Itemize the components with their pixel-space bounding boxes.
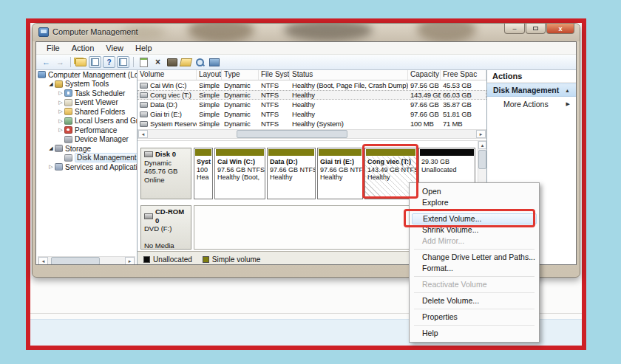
partition-data-d[interactable]: Data (D:)97.66 GB NTFSHealthy <box>267 148 316 199</box>
shared-folders-icon <box>64 108 72 115</box>
context-menu-item-change-drive-letter-and-paths[interactable]: Change Drive Letter and Paths... <box>410 252 538 263</box>
context-menu-item-help[interactable]: Help <box>410 328 538 339</box>
volume-list-horizontal-scrollbar[interactable]: ◂ ▸ <box>138 129 486 139</box>
legend-swatch <box>203 256 209 263</box>
sidebar-item-device-manager[interactable]: Device Manager <box>36 135 137 145</box>
cell: Healthy <box>290 100 408 109</box>
context-menu-item-format[interactable]: Format... <box>410 263 538 274</box>
menu-file[interactable]: File <box>41 44 66 52</box>
volume-row-cai-win-c[interactable]: Cai Win (C:)SimpleDynamicNTFSHealthy (Bo… <box>138 80 486 90</box>
tree-expander-icon[interactable]: ▷ <box>57 100 64 106</box>
minimize-button[interactable]: – <box>504 24 525 34</box>
partition-cai-win-c[interactable]: Cai Win (C:)97.56 GB NTFSHealthy (Boot, <box>214 148 265 199</box>
actions-group-disk-management[interactable]: Disk Management ▲ <box>487 83 576 97</box>
column-header-layout[interactable]: Layout <box>197 70 222 80</box>
scroll-track[interactable] <box>148 130 476 138</box>
volume-row-system-reserved[interactable]: System ReservedSimpleDynamicNTFSHealthy … <box>138 119 486 128</box>
volume-row-data-d[interactable]: Data (D:)SimpleDynamicNTFSHealthy97.66 G… <box>138 100 486 109</box>
sidebar-item-local-users-and-groups[interactable]: ▷Local Users and Groups <box>36 117 137 126</box>
sidebar-item-computer-management-local[interactable]: Computer Management (Local <box>36 70 137 80</box>
open-folder-icon[interactable] <box>180 56 192 68</box>
scroll-thumb[interactable] <box>478 150 486 169</box>
more-actions-item[interactable]: More Actions ▶ <box>487 98 576 110</box>
scroll-right-button[interactable]: ▸ <box>125 257 135 265</box>
scroll-right-button[interactable]: ▸ <box>476 130 486 138</box>
close-button[interactable]: x <box>546 24 574 34</box>
volume-name-cell: Cai Win (C:) <box>138 81 197 89</box>
partition-title: Giai tri (E:) <box>320 158 360 166</box>
scroll-thumb[interactable] <box>237 130 347 138</box>
partition-syst[interactable]: Syst100Hea <box>194 148 213 199</box>
context-menu-item-delete-volume[interactable]: Delete Volume... <box>410 295 538 306</box>
properties-icon[interactable] <box>166 56 178 68</box>
annotation-box-extend-volume <box>404 209 535 227</box>
delete-icon[interactable]: × <box>152 56 164 68</box>
tree-expander-icon[interactable]: ▷ <box>57 109 64 114</box>
system-tools-icon <box>55 80 63 88</box>
forward-icon[interactable]: → <box>54 56 67 68</box>
sidebar-item-system-tools[interactable]: ◢System Tools <box>36 80 137 89</box>
context-menu-item-explore[interactable]: Explore <box>410 197 538 208</box>
app-icon <box>38 27 49 37</box>
sidebar-item-performance[interactable]: ▷Performance <box>36 126 137 135</box>
scroll-thumb[interactable] <box>51 257 100 265</box>
scroll-up-button[interactable]: ▴ <box>478 141 486 149</box>
column-header-volume[interactable]: Volume <box>138 70 197 80</box>
context-menu-item-properties[interactable]: Properties <box>410 312 538 323</box>
volume-name-cell: System Reserved <box>138 120 197 128</box>
cdrom-0-info-box[interactable]: CD-ROM 0 DVD (F:) No Media <box>140 205 191 250</box>
sidebar-item-services-and-applications[interactable]: ▷Services and Applications <box>36 162 137 172</box>
partition-size: 97.56 GB NTFS <box>217 166 262 174</box>
column-header-status[interactable]: Status <box>290 70 408 80</box>
show-console-tree-icon[interactable] <box>89 56 101 68</box>
up-one-level-icon[interactable] <box>75 56 87 68</box>
back-icon[interactable]: ← <box>40 56 52 68</box>
help-icon[interactable]: ? <box>103 56 115 68</box>
volume-list-header: VolumeLayoutTypeFile SystemStatusCapacit… <box>138 70 486 80</box>
title-bar[interactable]: Computer Management – x <box>33 24 580 41</box>
column-header-type[interactable]: Type <box>222 70 259 80</box>
menu-help[interactable]: Help <box>129 44 158 52</box>
partition-title: Data (D:) <box>270 158 313 166</box>
menu-action[interactable]: Action <box>66 44 101 52</box>
tree-horizontal-scrollbar[interactable]: ◂ ▸ <box>38 256 135 265</box>
tree-item-label: Services and Applications <box>65 163 138 171</box>
chevron-up-icon[interactable]: ▲ <box>565 88 570 93</box>
tree-expander-icon[interactable]: ▷ <box>57 127 64 133</box>
computer-icon[interactable] <box>208 56 220 68</box>
sidebar-item-task-scheduler[interactable]: ▷Task Scheduler <box>36 89 137 98</box>
refresh-icon[interactable] <box>138 56 150 68</box>
cell: 51.81 GB <box>441 110 486 118</box>
volume-row-giai-tri-e[interactable]: Giai tri (E:)SimpleDynamicNTFSHealthy97.… <box>138 109 486 119</box>
cdrom-0-media: No Media <box>144 241 188 250</box>
scroll-left-button[interactable]: ◂ <box>38 257 48 265</box>
sidebar-item-storage[interactable]: ◢Storage <box>36 144 137 154</box>
tree-expander-icon[interactable]: ▷ <box>57 90 64 96</box>
partition-title: 29.30 GB <box>421 158 472 166</box>
performance-icon <box>64 126 72 134</box>
task-scheduler-icon <box>64 89 72 97</box>
search-icon[interactable] <box>194 56 206 68</box>
partition-giai-tri-e[interactable]: Giai tri (E:)97.66 GB NTFSHealthy <box>317 148 363 199</box>
context-menu-item-open[interactable]: Open <box>410 186 538 197</box>
volume-row-cong-viec-t[interactable]: Cong viec (T:)SimpleDynamicNTFSHealthy14… <box>138 90 486 100</box>
tree-expander-icon[interactable]: ◢ <box>47 81 55 87</box>
sidebar-item-event-viewer[interactable]: ▷Event Viewer <box>36 98 137 108</box>
tree-expander-icon[interactable]: ▷ <box>57 118 64 124</box>
tree-expander-icon[interactable]: ▷ <box>47 164 55 170</box>
partition-body: 29.30 GBUnallocated <box>419 157 475 175</box>
scroll-left-button[interactable]: ◂ <box>138 130 148 138</box>
disk-0-info-box[interactable]: Disk 0 Dynamic 465.76 GB Online <box>140 148 191 199</box>
disk-0-size: 465.76 GB <box>144 167 188 176</box>
column-header-file-system[interactable]: File System <box>259 70 290 80</box>
show-action-pane-icon[interactable] <box>117 56 129 68</box>
sidebar-item-shared-folders[interactable]: ▷Shared Folders <box>36 107 137 117</box>
column-header-free-spac[interactable]: Free Spac <box>441 70 486 80</box>
tree-item-label: Computer Management (Local <box>48 71 138 79</box>
column-header-capacity[interactable]: Capacity <box>408 70 441 80</box>
tree-expander-icon[interactable]: ◢ <box>47 145 55 151</box>
scroll-track[interactable] <box>48 257 125 265</box>
menu-view[interactable]: View <box>100 44 129 52</box>
sidebar-item-disk-management[interactable]: Disk Management <box>36 154 137 163</box>
maximize-button[interactable] <box>526 24 546 34</box>
